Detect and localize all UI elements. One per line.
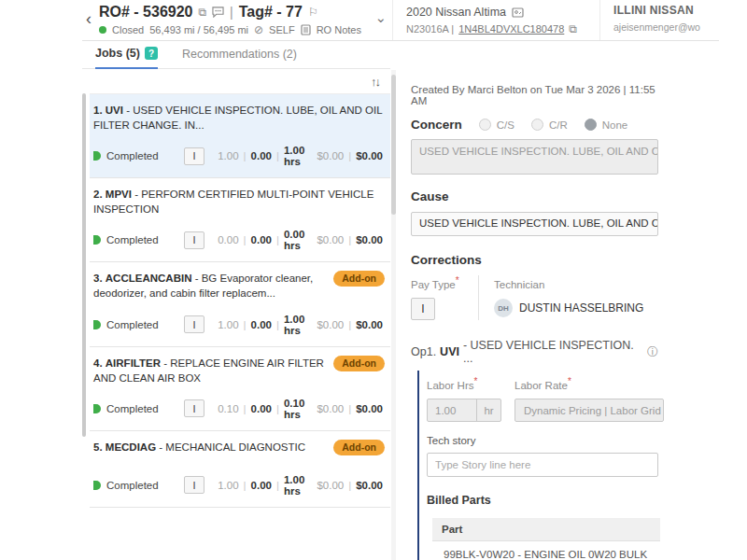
job-card-uvi[interactable]: 1. UVI - USED VEHICLE INSPECTION. LUBE, … <box>90 94 390 178</box>
labor-hrs-unit: hr <box>476 399 500 421</box>
dealer-name: ILLINI NISSAN <box>613 4 719 17</box>
pay-type-box: I <box>184 315 204 333</box>
corrections-heading: Corrections <box>411 253 658 267</box>
pay-type-value[interactable]: I <box>411 298 435 320</box>
sold-hours: 1.00 <box>218 150 238 161</box>
sold-hours: 0.00 <box>218 234 238 245</box>
total-hours: 1.00 hrs <box>284 314 317 336</box>
labor-rate-input[interactable]: Dynamic Pricing | Labor Grid <box>514 399 664 422</box>
sub-amount: $0.00 <box>317 403 344 414</box>
radio-none[interactable]: None <box>585 119 628 131</box>
cause-input[interactable]: USED VEHICLE INSPECTION. LUBE, OIL AND O… <box>411 212 658 236</box>
parts-column-header: Part <box>432 518 660 541</box>
divider: | <box>230 5 233 20</box>
job-detail-panel: Created By Marci Belton on Tue Mar 3 202… <box>411 84 658 560</box>
radio-cr-circle[interactable] <box>531 119 543 131</box>
other-hours: 0.00 <box>251 480 272 491</box>
completed-icon <box>93 404 101 413</box>
job-status: Completed <box>106 150 159 161</box>
op-code: UVI <box>440 345 459 358</box>
transport-icon: ⊘ <box>254 23 263 36</box>
technician-name: DUSTIN HASSELBRING <box>519 301 643 315</box>
op-title: Op1. UVI - USED VEHICLE INSPECTION. ... … <box>411 339 658 365</box>
job-list-scrollbar[interactable] <box>82 93 86 437</box>
pay-type-box: I <box>184 476 204 494</box>
sold-hours: 1.00 <box>218 480 238 491</box>
repair-order-screen: ‹ RO# - 536920 ⧉ | Tag# - 77 ⚐ Closed 56… <box>0 0 747 560</box>
pay-type-box: I <box>184 147 204 165</box>
cause-heading: Cause <box>411 189 658 203</box>
labor-hrs-input[interactable]: 1.00 hr <box>427 399 501 422</box>
completed-icon <box>93 481 101 490</box>
job-status-row: Completed I 1.00|0.00|1.00 hrs $0.00|$0.… <box>93 314 383 336</box>
total-amount: $0.00 <box>356 403 383 414</box>
job-number: 3. <box>93 273 103 284</box>
chevron-down-icon[interactable]: ⌄ <box>374 9 387 26</box>
tech-story-label: Tech story <box>427 435 658 446</box>
tab-jobs[interactable]: Jobs (5) ? <box>95 47 158 69</box>
completed-icon <box>93 235 101 245</box>
job-status-row: Completed I 1.00|0.00|1.00 hrs $0.00|$0.… <box>93 145 383 167</box>
job-description: - MECHANICAL DIAGNOSTIC <box>159 441 305 453</box>
job-status: Completed <box>106 403 159 414</box>
addon-badge: Add-on <box>333 271 385 287</box>
job-description: - PERFORM CERTIFIED MULTI-POINT VEHICLE … <box>93 189 374 215</box>
back-icon[interactable]: ‹ <box>84 9 99 31</box>
labor-hrs-field: Labor Hrs* 1.00 hr <box>427 376 501 422</box>
radio-cr[interactable]: C/R <box>531 119 568 131</box>
total-amount: $0.00 <box>356 150 383 161</box>
radio-none-label: None <box>602 119 628 131</box>
job-card-accleancabin[interactable]: Add-on 3. ACCLEANCABIN - BG Evaporator c… <box>90 262 390 346</box>
job-code: MPVI <box>106 189 132 200</box>
vehicle-photo-icon[interactable] <box>512 7 524 18</box>
radio-none-circle[interactable] <box>585 119 597 131</box>
help-badge[interactable]: ? <box>145 47 158 60</box>
copy-icon[interactable]: ⧉ <box>199 6 207 19</box>
job-status: Completed <box>106 319 159 330</box>
radio-cs[interactable]: C/S <box>479 119 514 131</box>
vin-link[interactable]: 1N4BL4DVXLC180478 <box>458 23 564 35</box>
comment-icon[interactable] <box>212 7 224 18</box>
job-card-airfilter[interactable]: Add-on 4. AIRFILTER - REPLACE ENGINE AIR… <box>90 347 390 431</box>
labor-hrs-value: 1.00 <box>428 399 476 421</box>
radio-cs-circle[interactable] <box>479 119 491 131</box>
part-row[interactable]: 99BLK-V0W20 - ENGINE OIL 0W20 BULK <box>432 541 660 560</box>
pay-type-label: Pay Type* <box>411 279 459 290</box>
job-title: 2. MPVI - PERFORM CERTIFIED MULTI-POINT … <box>93 187 383 217</box>
job-number: 5. <box>93 441 103 453</box>
ro-notes-link[interactable]: RO Notes <box>317 24 361 35</box>
notes-icon[interactable] <box>301 24 311 35</box>
sold-hours: 0.10 <box>218 403 238 414</box>
pay-type-box: I <box>184 231 204 249</box>
technician-avatar: DH <box>494 299 513 317</box>
total-hours: 0.00 hrs <box>284 229 317 251</box>
concern-heading: Concern <box>411 118 462 132</box>
panel-scrollbar-thumb[interactable] <box>391 75 396 215</box>
job-code: AIRFILTER <box>106 357 161 369</box>
total-amount: $0.00 <box>356 234 383 245</box>
flag-icon[interactable]: ⚐ <box>308 6 318 19</box>
op-number: Op1. <box>411 345 436 358</box>
job-card-mecdiag[interactable]: Add-on 5. MECDIAG - MECHANICAL DIAGNOSTI… <box>90 431 390 508</box>
copy-vin-icon[interactable]: ⧉ <box>569 22 577 35</box>
job-description: - USED VEHICLE INSPECTION. LUBE, OIL AND… <box>93 105 382 131</box>
total-hours: 1.00 hrs <box>284 474 317 497</box>
other-hours: 0.00 <box>251 403 272 414</box>
job-number: 2. <box>93 189 103 200</box>
tab-recommendations[interactable]: Recommendations (2) <box>182 48 297 68</box>
job-status-row: Completed I 0.00|0.00|0.00 hrs $0.00|$0.… <box>93 229 383 251</box>
addon-badge: Add-on <box>333 356 385 371</box>
sub-amount: $0.00 <box>317 150 344 161</box>
concern-textarea: USED VEHICLE INSPECTION. LUBE, OIL AND O… <box>411 139 658 175</box>
labor-rate-label: Labor Rate* <box>514 380 571 391</box>
job-number: 4. <box>93 357 103 369</box>
job-status-row: Completed I 1.00|0.00|1.00 hrs $0.00|$0.… <box>93 474 383 497</box>
job-card-mpvi[interactable]: 2. MPVI - PERFORM CERTIFIED MULTI-POINT … <box>90 178 390 262</box>
addon-badge: Add-on <box>333 440 385 455</box>
status-dot <box>99 26 106 34</box>
info-icon[interactable]: ⓘ <box>647 344 658 360</box>
header: ‹ RO# - 536920 ⧉ | Tag# - 77 ⚐ Closed 56… <box>82 0 719 41</box>
tech-story-input[interactable] <box>427 453 658 477</box>
tag-number: Tag# - 77 <box>239 4 303 21</box>
sort-icon[interactable]: ↑↓ <box>371 75 379 89</box>
